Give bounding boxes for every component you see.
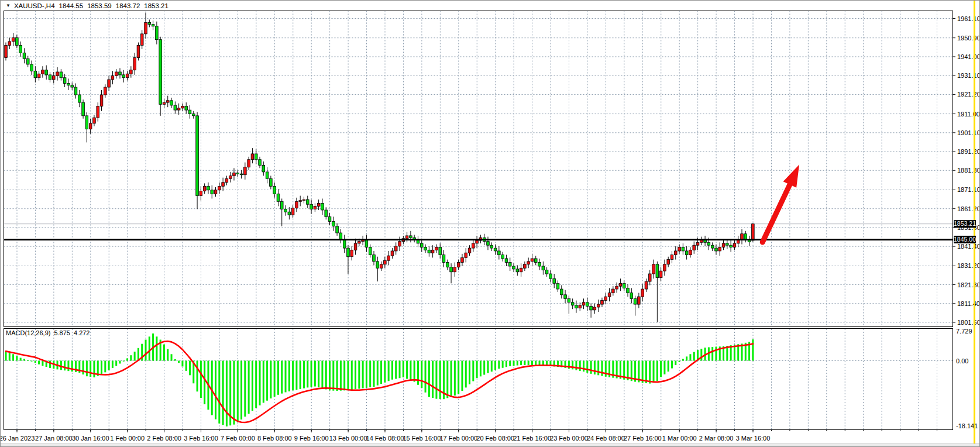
time-tick-label: 2 Mar 08:00 — [699, 435, 734, 442]
macd-bar — [465, 361, 467, 388]
candle — [284, 209, 287, 212]
candle — [623, 283, 625, 288]
macd-bar — [480, 361, 482, 377]
macd-bar — [686, 356, 687, 360]
candle — [130, 70, 133, 74]
macd-bar — [425, 361, 427, 393]
macd-bar — [35, 361, 36, 363]
candle — [420, 243, 423, 247]
macd-bar — [649, 361, 651, 384]
macd-bar — [517, 361, 518, 366]
hline-price-badge: 1845.00 — [954, 236, 976, 243]
candle — [247, 160, 250, 167]
macd-bar — [266, 361, 268, 401]
macd-bar — [406, 361, 408, 379]
candle — [23, 53, 26, 59]
macd-bar — [31, 361, 33, 362]
candle — [67, 84, 70, 85]
macd-bar — [403, 361, 404, 378]
candle — [159, 40, 162, 105]
macd-bar — [27, 360, 29, 360]
macd-bar — [451, 361, 452, 397]
macd-bar — [432, 361, 434, 398]
macd-bar — [597, 361, 599, 376]
time-tick-label: 1 Feb 00:00 — [110, 435, 145, 442]
macd-bar — [252, 361, 253, 411]
candle — [8, 42, 11, 46]
macd-bar — [645, 361, 647, 383]
candle — [619, 283, 622, 286]
price-axis[interactable]: 1961.101950.901941.001931.101921.201911.… — [953, 15, 980, 326]
macd-bar — [288, 361, 290, 391]
time-tick-label: 27 Jan 08:00 — [35, 435, 73, 442]
candle — [524, 264, 527, 269]
macd-bar — [295, 361, 297, 390]
candle — [391, 251, 394, 256]
macd-bar — [663, 361, 665, 374]
candle — [100, 95, 103, 106]
time-tick-label: 8 Feb 08:00 — [257, 435, 292, 442]
candle — [74, 87, 77, 95]
candle — [465, 253, 467, 257]
time-tick-label: 27 Feb 16:00 — [624, 435, 662, 442]
candle — [339, 233, 342, 239]
macd-bar — [469, 361, 470, 384]
candle — [490, 245, 493, 248]
candle — [659, 271, 662, 277]
candle — [516, 269, 519, 272]
macd-bar — [93, 361, 95, 378]
macd-bar — [197, 361, 198, 392]
trend-arrow[interactable] — [762, 164, 799, 242]
candle — [630, 293, 633, 299]
candle — [63, 78, 66, 84]
candle — [26, 59, 29, 64]
candlestick-series — [5, 12, 754, 322]
macd-bar — [487, 361, 489, 373]
candle — [108, 80, 111, 87]
macd-value: 5.875 — [54, 329, 70, 336]
candle — [439, 247, 442, 255]
candle — [111, 75, 114, 80]
macd-signal-line — [6, 341, 753, 422]
main-price-pane[interactable] — [4, 12, 953, 322]
time-tick-label: 2 Feb 08:00 — [147, 435, 181, 442]
candle — [538, 262, 541, 266]
macd-bar — [362, 361, 364, 388]
candle — [332, 222, 335, 226]
macd-bar — [20, 358, 22, 361]
macd-bar — [156, 336, 157, 360]
macd-indicator-label: MACD(12,26,9)5.8754.272 — [6, 329, 90, 336]
macd-bar — [189, 361, 191, 376]
candle — [181, 106, 184, 108]
candle — [442, 255, 445, 262]
macd-bar — [572, 361, 573, 370]
macd-bar — [513, 361, 515, 366]
macd-bar — [715, 347, 717, 361]
candle — [638, 297, 641, 304]
candle — [42, 70, 44, 74]
price-tick-label: 1821.30 — [957, 281, 980, 288]
macd-bar — [237, 361, 239, 422]
macd-bar — [38, 361, 40, 365]
time-axis[interactable]: 26 Jan 202327 Jan 08:0030 Jan 16:001 Feb… — [1, 430, 937, 442]
macd-bar — [115, 361, 117, 366]
candle — [233, 173, 236, 176]
candle — [115, 72, 118, 76]
macd-bar — [204, 361, 205, 404]
candle — [715, 248, 718, 251]
candle — [689, 250, 692, 255]
macd-bar — [671, 361, 673, 369]
candle — [343, 239, 346, 248]
candle — [726, 243, 729, 245]
candle — [556, 283, 559, 289]
candle — [291, 208, 294, 215]
price-tick-label: 1921.20 — [957, 91, 980, 98]
macd-bar — [163, 345, 165, 361]
candle — [707, 242, 710, 245]
candle — [188, 110, 191, 114]
macd-bar — [476, 361, 478, 379]
candle — [380, 264, 383, 269]
time-tick-label: 13 Feb 00:00 — [329, 435, 367, 442]
candle — [560, 289, 563, 295]
macd-indicator-pane[interactable] — [5, 333, 754, 427]
